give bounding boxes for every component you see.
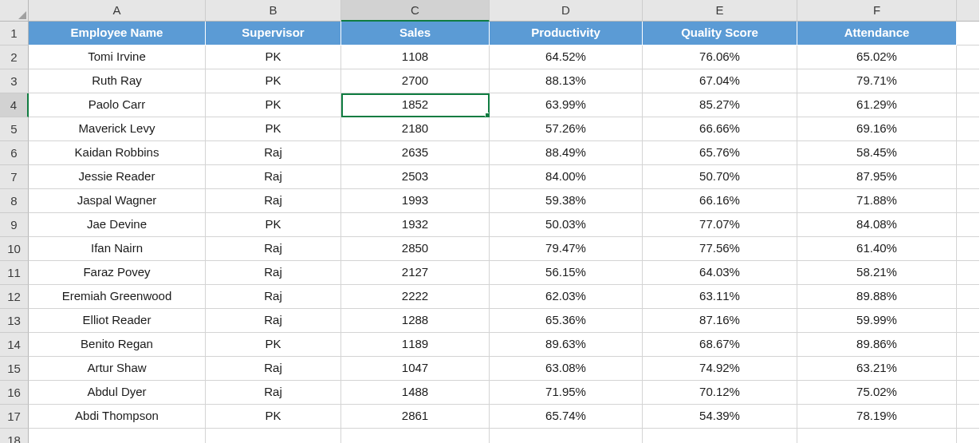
col-header-E[interactable]: E [643, 0, 797, 22]
empty-cell[interactable] [957, 189, 979, 213]
row-header-17[interactable]: 17 [0, 405, 29, 429]
empty-cell[interactable] [957, 333, 979, 357]
cell-D12[interactable]: 62.03% [490, 285, 643, 309]
cell-A7[interactable]: Jessie Reader [29, 165, 206, 189]
cell-C9[interactable]: 1932 [341, 213, 490, 237]
cell-A9[interactable]: Jae Devine [29, 213, 206, 237]
cell-B5[interactable]: PK [206, 117, 341, 141]
row-header-18[interactable]: 18 [0, 429, 29, 443]
cell-F7[interactable]: 87.95% [797, 165, 957, 189]
empty-cell[interactable] [957, 141, 979, 165]
empty-cell[interactable] [957, 117, 979, 141]
cell-D2[interactable]: 64.52% [490, 45, 643, 69]
empty-cell[interactable] [957, 285, 979, 309]
cell-D3[interactable]: 88.13% [490, 69, 643, 93]
cell-D14[interactable]: 89.63% [490, 333, 643, 357]
cell-C10[interactable]: 2850 [341, 237, 490, 261]
row-header-11[interactable]: 11 [0, 261, 29, 285]
row-header-15[interactable]: 15 [0, 357, 29, 381]
cell-B7[interactable]: Raj [206, 165, 341, 189]
row-header-6[interactable]: 6 [0, 141, 29, 165]
cell-F4[interactable]: 61.29% [797, 93, 957, 117]
row-header-3[interactable]: 3 [0, 69, 29, 93]
cell-E12[interactable]: 63.11% [643, 285, 797, 309]
cell-F11[interactable]: 58.21% [797, 261, 957, 285]
cell-C17[interactable]: 2861 [341, 405, 490, 429]
cell-C12[interactable]: 2222 [341, 285, 490, 309]
cell-A15[interactable]: Artur Shaw [29, 357, 206, 381]
col-header-extra[interactable] [957, 0, 979, 22]
cell-F8[interactable]: 71.88% [797, 189, 957, 213]
cell-C14[interactable]: 1189 [341, 333, 490, 357]
row-header-9[interactable]: 9 [0, 213, 29, 237]
cell-B14[interactable]: PK [206, 333, 341, 357]
cell-D13[interactable]: 65.36% [490, 309, 643, 333]
cell-C16[interactable]: 1488 [341, 381, 490, 405]
cell-E9[interactable]: 77.07% [643, 213, 797, 237]
empty-cell[interactable] [957, 213, 979, 237]
cell-D16[interactable]: 71.95% [490, 381, 643, 405]
cell-C6[interactable]: 2635 [341, 141, 490, 165]
cell-B17[interactable]: PK [206, 405, 341, 429]
cell-E10[interactable]: 77.56% [643, 237, 797, 261]
cell-C5[interactable]: 2180 [341, 117, 490, 141]
empty-cell[interactable] [957, 429, 979, 443]
cell-F12[interactable]: 89.88% [797, 285, 957, 309]
cell-C13[interactable]: 1288 [341, 309, 490, 333]
cell-B13[interactable]: Raj [206, 309, 341, 333]
cell-E2[interactable]: 76.06% [643, 45, 797, 69]
cell-E15[interactable]: 74.92% [643, 357, 797, 381]
empty-cell[interactable] [957, 45, 979, 69]
cell-E5[interactable]: 66.66% [643, 117, 797, 141]
cell-A12[interactable]: Eremiah Greenwood [29, 285, 206, 309]
empty-cell[interactable] [957, 69, 979, 93]
cell-A2[interactable]: Tomi Irvine [29, 45, 206, 69]
empty-cell[interactable] [957, 165, 979, 189]
cell-E4[interactable]: 85.27% [643, 93, 797, 117]
empty-cell[interactable] [957, 261, 979, 285]
cell-A4[interactable]: Paolo Carr [29, 93, 206, 117]
row-header-16[interactable]: 16 [0, 381, 29, 405]
empty-cell[interactable] [957, 93, 979, 117]
cell-A16[interactable]: Abdul Dyer [29, 381, 206, 405]
cell-D5[interactable]: 57.26% [490, 117, 643, 141]
cell-B10[interactable]: Raj [206, 237, 341, 261]
col-header-A[interactable]: A [29, 0, 206, 22]
cell-D10[interactable]: 79.47% [490, 237, 643, 261]
cell-E14[interactable]: 68.67% [643, 333, 797, 357]
cell-F15[interactable]: 63.21% [797, 357, 957, 381]
select-all-corner[interactable] [0, 0, 29, 22]
cell-B15[interactable]: Raj [206, 357, 341, 381]
col-header-F[interactable]: F [797, 0, 957, 22]
cell-D17[interactable]: 65.74% [490, 405, 643, 429]
row-header-14[interactable]: 14 [0, 333, 29, 357]
spreadsheet-grid[interactable]: A B C D E F 1 Employee Name Supervisor S… [0, 0, 980, 443]
cell-D4[interactable]: 63.99% [490, 93, 643, 117]
cell-E13[interactable]: 87.16% [643, 309, 797, 333]
empty-cell[interactable] [957, 357, 979, 381]
cell-F9[interactable]: 84.08% [797, 213, 957, 237]
cell-A10[interactable]: Ifan Nairn [29, 237, 206, 261]
header-cell[interactable]: Quality Score [643, 22, 797, 45]
cell-F17[interactable]: 78.19% [797, 405, 957, 429]
cell-F3[interactable]: 79.71% [797, 69, 957, 93]
header-cell[interactable]: Attendance [797, 22, 957, 45]
cell-C11[interactable]: 2127 [341, 261, 490, 285]
cell-C15[interactable]: 1047 [341, 357, 490, 381]
cell-E3[interactable]: 67.04% [643, 69, 797, 93]
empty-cell[interactable] [957, 381, 979, 405]
cell-D18[interactable] [490, 429, 643, 443]
cell-E8[interactable]: 66.16% [643, 189, 797, 213]
cell-A18[interactable] [29, 429, 206, 443]
row-header-7[interactable]: 7 [0, 165, 29, 189]
cell-E11[interactable]: 64.03% [643, 261, 797, 285]
cell-D9[interactable]: 50.03% [490, 213, 643, 237]
cell-B11[interactable]: Raj [206, 261, 341, 285]
cell-F14[interactable]: 89.86% [797, 333, 957, 357]
cell-E17[interactable]: 54.39% [643, 405, 797, 429]
cell-F16[interactable]: 75.02% [797, 381, 957, 405]
cell-E16[interactable]: 70.12% [643, 381, 797, 405]
header-cell[interactable]: Employee Name [29, 22, 206, 45]
col-header-D[interactable]: D [490, 0, 643, 22]
row-header-13[interactable]: 13 [0, 309, 29, 333]
